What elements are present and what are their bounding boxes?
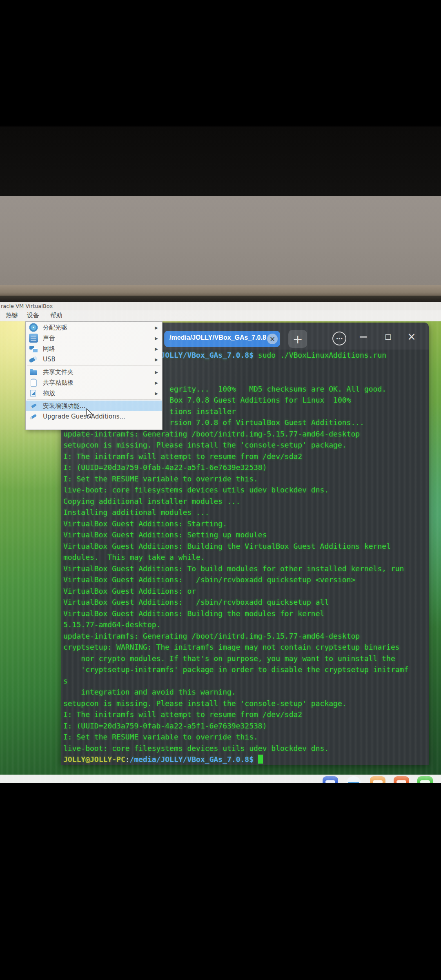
devices-menu: 分配光驱▶声音▶网络▶USB▶共享文件夹▶共享粘贴板▶拖放▶安装增强功能...U… bbox=[25, 321, 163, 430]
network-icon bbox=[29, 344, 38, 353]
menu-devices[interactable]: 设备 bbox=[27, 312, 39, 319]
menu-item-label: 分配光驱 bbox=[43, 324, 155, 332]
terminal-line: I: (UUID=20d3a759-0fab-4a22-a5f1-6e7639e… bbox=[63, 720, 429, 732]
dock-icon-detail bbox=[373, 780, 383, 783]
submenu-arrow-icon: ▶ bbox=[155, 357, 158, 362]
virtualbox-menu-bar: 热键 设备 帮助 bbox=[0, 310, 441, 321]
menu-item-usb[interactable]: USB▶ bbox=[26, 354, 162, 365]
terminal-line: s bbox=[63, 675, 429, 687]
terminal-line: I: (UUID=20d3a759-0fab-4a22-a5f1-6e7639e… bbox=[63, 462, 429, 473]
menu-item-audio[interactable]: 声音▶ bbox=[26, 333, 162, 343]
tab-close-button[interactable]: × bbox=[267, 334, 278, 344]
terminal-line: 5.15.77-amd64-desktop. bbox=[63, 619, 429, 630]
terminal-line: VirtualBox Guest Additions: To build mod… bbox=[63, 563, 429, 575]
terminal-cursor bbox=[258, 755, 263, 764]
menu-item-label: 安装增强功能... bbox=[43, 402, 158, 410]
menu-item-label: 网络 bbox=[43, 345, 155, 353]
terminal-line: live-boot: core filesystems devices util… bbox=[63, 743, 429, 754]
terminal-line: VirtualBox Guest Additions: Starting. bbox=[63, 518, 429, 530]
optical-disc-icon bbox=[29, 323, 38, 332]
terminal-line: 'cryptsetup-initramfs' package in order … bbox=[63, 664, 429, 675]
terminal-line: VirtualBox Guest Additions: /sbin/rcvbox… bbox=[63, 574, 429, 586]
minimize-button[interactable]: − bbox=[357, 328, 370, 345]
submenu-arrow-icon: ▶ bbox=[155, 325, 158, 330]
shared-folder-icon bbox=[29, 368, 38, 376]
menu-item-optical-drives[interactable]: 分配光驱▶ bbox=[26, 322, 162, 333]
menu-item-shared-folders[interactable]: 共享文件夹▶ bbox=[26, 367, 162, 377]
menu-hotkeys[interactable]: 热键 bbox=[6, 312, 18, 319]
dock-app-3-icon[interactable] bbox=[370, 776, 385, 783]
terminal-line: I: Set the RESUME variable to override t… bbox=[63, 731, 429, 743]
menu-item-label: 声音 bbox=[43, 334, 155, 342]
dock-icon-detail bbox=[325, 780, 335, 783]
drag-drop-icon bbox=[29, 389, 38, 398]
menu-item-label: 拖放 bbox=[43, 390, 155, 397]
menu-item-label: Upgrade Guest Additions... bbox=[43, 413, 158, 420]
dock-app-2-icon[interactable] bbox=[346, 776, 361, 783]
mouse-cursor bbox=[86, 408, 93, 419]
menu-item-label: USB bbox=[43, 356, 155, 363]
menu-item-drag-and-drop[interactable]: 拖放▶ bbox=[26, 388, 162, 399]
terminal-line: modules. This may take a while. bbox=[63, 552, 429, 563]
maximize-button[interactable]: □ bbox=[381, 328, 394, 345]
terminal-line: cryptsetup: WARNING: The initramfs image… bbox=[63, 641, 429, 653]
menu-item-insert-guest-additions[interactable]: 安装增强功能... bbox=[26, 401, 162, 411]
guest-additions-icon bbox=[29, 412, 38, 421]
terminal-line: VirtualBox Guest Additions: Setting up m… bbox=[63, 529, 429, 541]
menu-separator bbox=[27, 399, 160, 400]
menu-item-upgrade-guest-additions[interactable]: Upgrade Guest Additions... bbox=[26, 411, 162, 422]
dock-icon-detail bbox=[420, 780, 430, 783]
terminal-line: setupcon is missing. Please install the … bbox=[63, 439, 429, 451]
window-title: racle VM VirtualBox bbox=[1, 303, 53, 309]
close-button[interactable]: × bbox=[405, 328, 418, 345]
monitor-photo: racle VM VirtualBox 热键 设备 帮助 /media/JOLL… bbox=[0, 196, 441, 783]
terminal-line: integration and avoid this warning. bbox=[63, 686, 429, 698]
terminal-line: JOLLY@JOLLY-PC:/media/JOLLY/VBox_GAs_7.0… bbox=[63, 754, 429, 765]
guest-additions-icon bbox=[29, 401, 38, 410]
menu-separator bbox=[27, 365, 160, 366]
dock-app-4-icon[interactable] bbox=[394, 776, 409, 783]
monitor-bezel bbox=[0, 296, 441, 302]
submenu-arrow-icon: ▶ bbox=[155, 381, 158, 385]
wall-background bbox=[0, 196, 441, 285]
terminal-tab[interactable]: /media/JOLLY/VBox_GAs_7.0.8 × bbox=[164, 331, 280, 347]
terminal-line: I: The initramfs will attempt to resume … bbox=[63, 709, 429, 720]
terminal-line: VirtualBox Guest Additions: Building the… bbox=[63, 608, 429, 619]
dock-app-1-icon[interactable] bbox=[323, 776, 338, 783]
terminal-line: nor crypto modules. If that's on purpose… bbox=[63, 653, 429, 664]
dock-app-5-icon[interactable] bbox=[417, 776, 433, 783]
terminal-line: VirtualBox Guest Additions: /sbin/rcvbox… bbox=[63, 597, 429, 608]
new-tab-button[interactable]: + bbox=[288, 330, 307, 348]
terminal-line: update-initramfs: Generating /boot/initr… bbox=[63, 630, 429, 642]
terminal-line: Copying additional installer modules ... bbox=[63, 496, 429, 507]
terminal-line: I: Set the RESUME variable to override t… bbox=[63, 473, 429, 485]
terminal-line: live-boot: core filesystems devices util… bbox=[63, 484, 429, 496]
submenu-arrow-icon: ▶ bbox=[155, 391, 158, 396]
submenu-arrow-icon: ▶ bbox=[155, 336, 158, 341]
monitor-screen: racle VM VirtualBox 热键 设备 帮助 /media/JOLL… bbox=[0, 302, 441, 783]
clipboard-icon bbox=[29, 378, 38, 387]
terminal-line: setupcon is missing. Please install the … bbox=[63, 698, 429, 709]
vm-display[interactable]: /media/JOLLY/VBox_GAs_7.0.8 × +⋯−□× JOLL… bbox=[0, 321, 441, 783]
submenu-arrow-icon: ▶ bbox=[155, 370, 158, 374]
dock-icon-detail bbox=[396, 780, 406, 783]
window-menu-button[interactable]: ⋯ bbox=[332, 332, 346, 345]
menu-help[interactable]: 帮助 bbox=[50, 312, 62, 319]
submenu-arrow-icon: ▶ bbox=[155, 347, 158, 351]
menu-item-shared-clipboard[interactable]: 共享粘贴板▶ bbox=[26, 377, 162, 388]
audio-icon bbox=[29, 334, 38, 343]
menu-item-label: 共享文件夹 bbox=[43, 368, 155, 376]
menu-item-network[interactable]: 网络▶ bbox=[26, 343, 162, 354]
usb-icon bbox=[29, 355, 38, 364]
screenshot-top-black-bar bbox=[0, 0, 441, 196]
desk-edge bbox=[0, 285, 441, 296]
virtualbox-title-bar[interactable]: racle VM VirtualBox bbox=[0, 302, 441, 310]
tab-title: /media/JOLLY/VBox_GAs_7.0.8 bbox=[169, 334, 266, 341]
terminal-line: Installing additional modules ... bbox=[63, 507, 429, 518]
terminal-line: VirtualBox Guest Additions: Building the… bbox=[63, 541, 429, 552]
screenshot-bottom-black-bar bbox=[0, 783, 441, 980]
terminal-line: I: The initramfs will attempt to resume … bbox=[63, 451, 429, 462]
menu-item-label: 共享粘贴板 bbox=[43, 379, 155, 387]
guest-dock bbox=[0, 775, 441, 783]
terminal-line: VirtualBox Guest Additions: or bbox=[63, 586, 429, 597]
